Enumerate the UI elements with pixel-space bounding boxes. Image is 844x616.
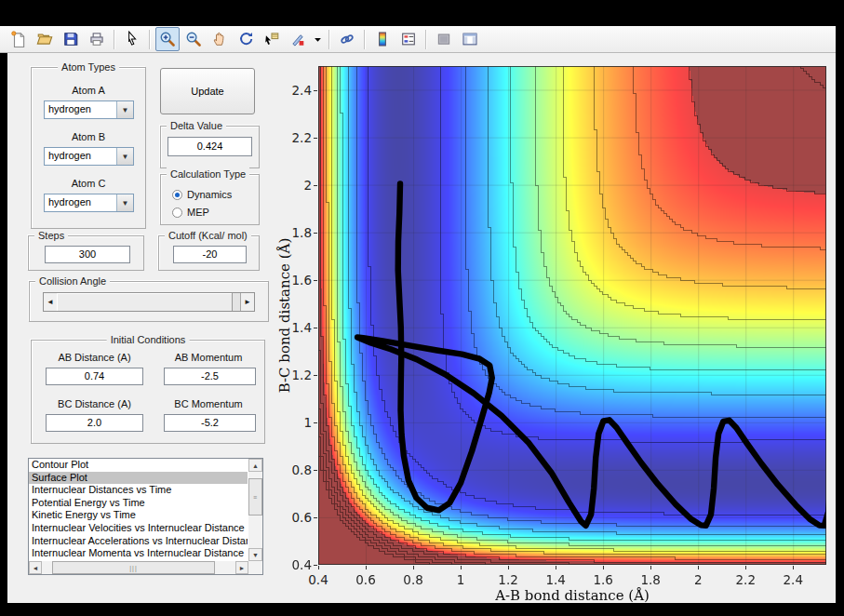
chevron-down-icon[interactable]: ▼ [116,148,133,165]
x-tick-mark [698,566,699,569]
bc-momentum-label: BC Momentum [162,398,255,409]
bc-distance-field[interactable]: 2.0 [46,414,143,432]
horizontal-scroll-thumb[interactable]: ||| [52,561,215,574]
cutoff-field[interactable]: -20 [173,246,247,263]
zoom-out-button[interactable] [181,27,206,51]
pan-hand-button[interactable] [208,27,232,51]
atom-c-dropdown[interactable]: hydrogen ▼ [44,194,134,212]
collision-angle-slider[interactable]: ◄ ► [43,292,255,312]
steps-field[interactable]: 300 [45,246,130,263]
insert-legend-button[interactable] [396,27,421,51]
calculation-type-panel: Calculation Type DynamicsMEP [160,174,260,225]
pes-contour-plot: 0.40.60.811.21.41.61.822.22.40.40.60.811… [318,66,826,565]
toolbar-separator [364,30,366,49]
list-item[interactable]: Kinetic Energy vs Time [29,509,248,522]
collision-angle-panel: Collision Angle ◄ ► [29,281,269,322]
hide-plot-tools-button[interactable] [432,27,456,51]
brush-data-button[interactable] [286,27,310,51]
atom-b-dropdown[interactable]: hydrogen ▼ [44,147,134,166]
list-item[interactable]: Internuclear Velocities vs Internuclear … [29,522,248,535]
toolbar-overflow-arrow-icon[interactable] [824,6,837,19]
chevron-down-icon[interactable]: ▼ [116,194,133,211]
atom-b-value: hydrogen [48,150,91,161]
list-item[interactable]: Internuclear Momenta vs Internuclear Dis… [29,547,248,560]
radio-circle-icon[interactable] [172,208,182,218]
steps-panel: Steps 300 [28,235,144,271]
delta-value-field[interactable]: 0.424 [167,137,252,156]
vertical-scrollbar[interactable]: ▲ ≡ ▼ [248,459,262,561]
x-tick-label: 1.6 [587,572,619,587]
figure-toolbar [0,26,836,53]
scroll-right-arrow-icon[interactable]: ► [235,561,248,574]
radio-label: Dynamics [187,189,232,200]
x-tick-mark [650,566,651,569]
x-tick-label: 2 [682,572,714,587]
x-tick-mark [366,566,367,569]
bc-momentum-field[interactable]: -5.2 [164,414,256,432]
slider-thumb[interactable] [57,293,233,311]
open-file-button[interactable] [33,27,57,51]
atom-a-label: Atom A [32,85,145,96]
initial-conditions-panel: Initial Conditions AB Distance (A) AB Mo… [31,340,265,444]
steps-title: Steps [34,229,68,242]
scroll-down-arrow-icon[interactable]: ▼ [248,548,262,561]
atom-a-value: hydrogen [48,103,91,114]
slider-left-arrow-icon[interactable]: ◄ [44,293,58,311]
horizontal-scrollbar[interactable]: ◄ ||| ► [29,561,262,574]
radio-dynamics[interactable]: Dynamics [172,188,232,201]
atom-types-panel: Atom Types Atom A hydrogen ▼ Atom B hydr… [31,67,146,229]
slider-right-arrow-icon[interactable]: ► [240,293,254,311]
scroll-up-arrow-icon[interactable]: ▲ [248,459,262,472]
radio-circle-icon[interactable] [172,190,182,200]
edit-plot-pointer-button[interactable] [120,27,144,51]
toolbar-separator [149,30,151,49]
y-tick-label: 0.8 [280,462,312,477]
y-tick-mark [314,90,317,91]
ab-distance-field[interactable]: 0.74 [46,368,143,385]
brush-dropdown-caret-icon[interactable] [312,27,324,51]
update-button[interactable]: Update [160,68,255,114]
x-tick-label: 1.8 [635,572,666,587]
new-document-button[interactable] [7,27,31,51]
link-plots-button[interactable] [335,27,359,51]
y-tick-label: 1 [280,415,312,430]
y-tick-mark [314,517,317,518]
plot-type-listbox[interactable]: Contour PlotSurface PlotInternuclear Dis… [28,458,263,575]
x-tick-label: 0.8 [397,572,429,587]
x-tick-mark [793,566,794,569]
list-item[interactable]: Contour Plot [29,459,248,472]
print-figure-button[interactable] [85,27,109,51]
y-tick-mark [314,422,317,423]
collision-angle-title: Collision Angle [35,275,110,288]
radio-mep[interactable]: MEP [172,206,209,219]
calculation-type-title: Calculation Type [167,167,249,181]
delta-value-title: Delta Value [167,119,226,132]
y-tick-mark [314,328,317,328]
insert-colorbar-button[interactable] [370,27,395,51]
y-tick-label: 2.2 [280,130,312,145]
x-tick-label: 1.4 [540,572,571,587]
chevron-down-icon[interactable]: ▼ [116,101,133,118]
zoom-in-button[interactable] [155,27,180,51]
figure-window: { "toolbar": { "items": ["new-document",… [0,0,844,616]
list-item[interactable]: Surface Plot [29,472,248,485]
atom-c-label: Atom C [32,178,145,189]
y-tick-label: 2.4 [280,83,312,98]
ab-momentum-field[interactable]: -2.5 [164,368,256,385]
contour-plot-canvas[interactable] [318,66,826,565]
data-cursor-button[interactable] [260,27,284,51]
x-axis-label: A-B bond distance (Å) [318,587,826,604]
radio-label: MEP [187,207,209,218]
list-item[interactable]: Internuclear Accelerations vs Internucle… [29,535,248,548]
atom-a-dropdown[interactable]: hydrogen ▼ [44,100,134,119]
rotate-3d-button[interactable] [234,27,258,51]
y-tick-mark [314,565,317,566]
delta-value-panel: Delta Value 0.424 [160,126,260,168]
list-item[interactable]: Potential Energy vs Time [29,497,248,510]
list-item[interactable]: Internuclear Distances vs Time [29,484,248,497]
cutoff-panel: Cutoff (Kcal/ mol) -20 [158,235,260,271]
vertical-scroll-thumb[interactable]: ≡ [248,478,262,516]
show-plot-tools-button[interactable] [458,27,482,51]
save-figure-button[interactable] [59,27,83,51]
scroll-left-arrow-icon[interactable]: ◄ [29,561,42,574]
